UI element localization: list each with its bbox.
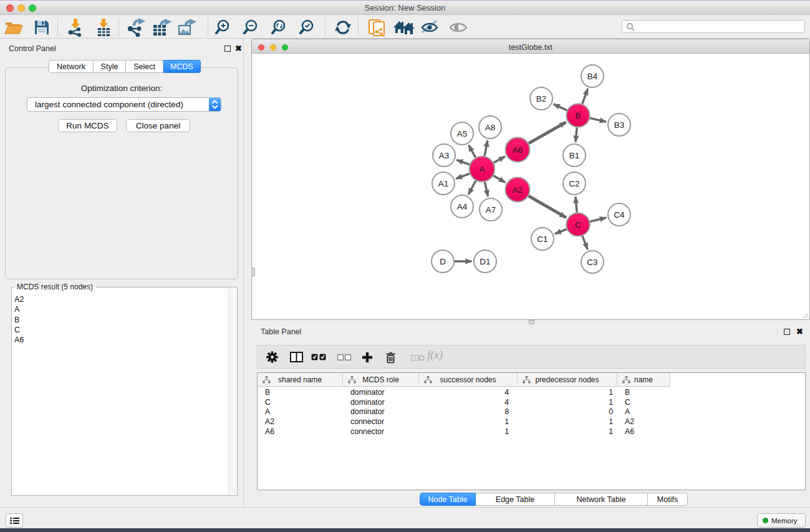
close-panel-button[interactable]: Close panel [126,119,190,132]
export-network-button[interactable] [126,16,146,39]
export-table-button[interactable] [152,16,171,39]
import-table-button[interactable] [94,16,113,39]
table-tab-edge-table[interactable]: Edge Table [476,493,555,506]
graph-node-C1[interactable]: C1 [531,228,554,250]
table-settings-icon[interactable] [266,351,278,363]
graph-edge-C-C3[interactable] [582,236,587,249]
resize-grip[interactable] [802,312,809,319]
table-tab-node-table[interactable]: Node Table [420,493,476,506]
graph-node-C4[interactable]: C4 [608,203,630,226]
table-row-A2[interactable]: A2connector11A2 [258,417,806,427]
table-row-A6[interactable]: A6connector11A6 [258,427,806,437]
mcds-result-item[interactable]: C [14,325,24,335]
graph-edge-B-B2[interactable] [554,104,567,110]
graph-node-A1[interactable]: A1 [432,172,455,195]
graph-edge-B-B1[interactable] [576,128,577,142]
control-tab-style[interactable]: Style [94,60,126,73]
delete-column-icon[interactable] [385,351,396,364]
graph-edge-B-B3[interactable] [590,118,606,122]
result-scrollbar[interactable] [228,288,236,495]
column-header-shared-name[interactable]: shared name [258,373,343,387]
graph-node-A2[interactable]: A2 [506,178,530,202]
control-tab-select[interactable]: Select [126,60,163,73]
graph-node-B3[interactable]: B3 [608,114,630,136]
graph-edge-A-A8[interactable] [485,140,488,156]
column-header-name[interactable]: name [617,373,670,387]
graph-node-C3[interactable]: C3 [581,251,604,273]
select-all-icon[interactable] [311,354,326,360]
refresh-button[interactable] [333,16,353,39]
graph-node-D1[interactable]: D1 [474,250,496,273]
import-network-button[interactable] [65,16,85,39]
table-tab-motifs[interactable]: Motifs [648,493,688,506]
criterion-dropdown[interactable]: largest connected component (directed) [27,97,221,112]
table-panel-float-icon[interactable] [784,329,790,335]
graph-node-D[interactable]: D [432,250,454,273]
graph-edge-A-A1[interactable] [456,173,470,178]
control-panel-float-icon[interactable] [224,46,231,52]
graph-edge-A-A4[interactable] [468,181,476,195]
graph-edge-B-B4[interactable] [582,89,588,104]
zoom-out-button[interactable] [243,16,261,39]
new-network-button[interactable] [367,16,388,39]
table-tab-network-table[interactable]: Network Table [555,493,648,506]
graph-edge-C-C4[interactable] [590,218,606,221]
graph-node-A5[interactable]: A5 [451,122,473,145]
graph-node-B2[interactable]: B2 [530,87,552,110]
table-panel-close-icon[interactable]: ✖ [796,329,803,335]
table-row-A[interactable]: Adominator80A [258,407,806,417]
graph-node-C2[interactable]: C2 [563,172,586,195]
export-image-button[interactable] [176,16,196,39]
zoom-in-button[interactable] [215,16,233,39]
home-layout-button[interactable] [393,16,415,39]
mcds-result-item[interactable]: B [14,315,24,325]
graph-node-A8[interactable]: A8 [479,116,501,138]
graph-node-A4[interactable]: A4 [451,195,473,218]
graph-edge-A2-C[interactable] [529,196,566,218]
delete-table-icon[interactable] [410,354,425,362]
open-session-button[interactable] [4,16,24,39]
hide-details-button[interactable] [420,16,440,39]
deselect-all-icon[interactable] [337,354,351,360]
save-session-button[interactable] [32,16,52,39]
function-builder-icon[interactable]: f(x) [427,349,443,362]
zoom-selected-button[interactable] [299,16,317,39]
graph-node-C[interactable]: C [566,213,589,236]
mcds-result-item[interactable]: A [14,304,24,314]
graph-node-B[interactable]: B [566,104,589,127]
graph-edge-A-A3[interactable] [456,160,470,165]
control-panel-close-icon[interactable]: ✖ [235,46,242,52]
graph-node-A7[interactable]: A7 [480,198,502,221]
add-column-icon[interactable] [362,352,373,363]
graph-edge-A-A5[interactable] [469,145,476,158]
mcds-result-item[interactable]: A6 [14,335,24,345]
graph-node-A3[interactable]: A3 [433,144,455,167]
graph-edge-C-C1[interactable] [555,229,567,234]
graph-edge-A-A2[interactable] [493,176,505,183]
graph-node-A[interactable]: A [470,157,494,181]
task-history-button[interactable] [6,513,23,528]
graph-node-B1[interactable]: B1 [563,144,586,167]
graph-node-B4[interactable]: B4 [581,65,604,87]
control-tab-mcds[interactable]: MCDS [163,60,201,73]
column-header-predecessor-nodes[interactable]: predecessor nodes [518,373,617,387]
splitpane-handle-bottom[interactable] [529,320,534,324]
graph-node-A6[interactable]: A6 [506,138,530,162]
split-view-icon[interactable] [290,352,303,362]
run-mcds-button[interactable]: Run MCDS [58,119,117,132]
table-row-C[interactable]: Cdominator41C [258,397,806,407]
column-header-successor-nodes[interactable]: successor nodes [419,373,518,387]
show-details-button[interactable] [448,16,468,39]
search-input[interactable] [637,21,799,32]
memory-button[interactable]: Memory [757,513,806,528]
column-header-MCDS-role[interactable]: MCDS role [343,373,419,387]
splitpane-handle-left[interactable] [251,268,255,276]
table-row-B[interactable]: Bdominator41B [258,387,806,397]
graph-edge-A-A6[interactable] [494,157,505,163]
graph-edge-A6-B[interactable] [529,122,566,143]
control-tab-network[interactable]: Network [49,60,94,73]
network-graph-canvas[interactable]: AA6A2BCB4B2B3B1C2C4C1C3A5A8A3A1A4A7DD1 [252,56,809,320]
zoom-fit-button[interactable] [271,16,289,39]
mcds-result-item[interactable]: A2 [14,294,24,304]
graph-edge-C-C2[interactable] [576,196,577,212]
